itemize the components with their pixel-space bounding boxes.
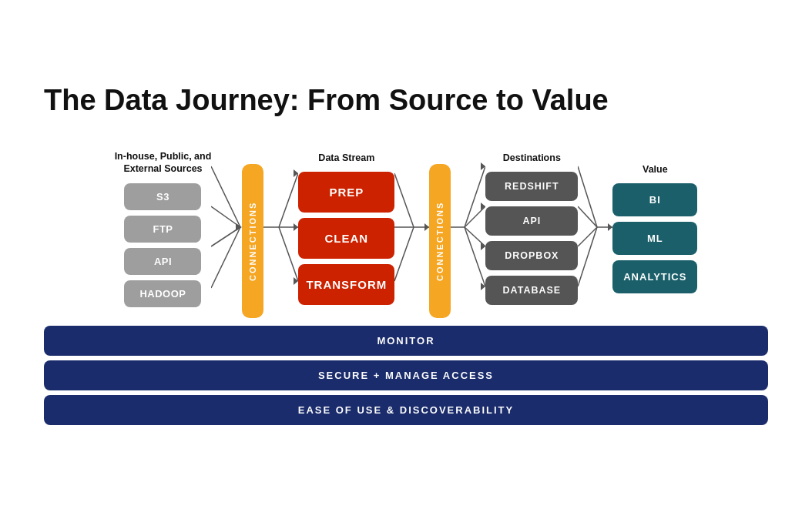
source-ftp: FTP [124,216,201,243]
fanin-arrow-2 [394,146,429,311]
destinations-label: Destinations [503,152,561,164]
value-section: Value BI ML ANALYTICS [612,163,697,293]
main-container: The Data Journey: From Source to Value I… [21,69,791,440]
dest-database: DATABASE [485,276,578,305]
svg-line-12 [394,173,414,227]
svg-line-14 [394,227,414,281]
source-s3: S3 [124,183,201,210]
bar-monitor: MONITOR [44,326,768,356]
process-transform: TRANSFORM [298,264,394,305]
svg-line-18 [465,166,485,227]
dest-dropbox: DROPBOX [485,241,578,270]
value-bi: BI [612,183,697,216]
value-label: Value [643,163,668,176]
svg-line-0 [211,166,240,227]
connections1-section: CONNECTIONS [242,139,263,318]
dest-api: API [485,206,578,236]
value-ml: ML [612,222,697,255]
source-boxes: S3 FTP API HADOOP [124,183,201,307]
sources-label: In-house, Public, and External Sources [115,150,212,176]
fanout-arrow-1 [263,146,298,311]
process-label: Data Stream [318,152,374,164]
connections1-pill: CONNECTIONS [242,164,263,318]
process-section: Data Stream PREP CLEAN TRANSFORM [298,152,394,305]
bar-ease: EASE OF USE & DISCOVERABILITY [44,395,768,425]
dest-boxes: REDSHIFT API DROPBOX DATABASE [485,172,578,305]
process-prep: PREP [298,172,394,213]
connections2-section: CONNECTIONS [429,139,451,318]
bottom-bars: MONITOR SECURE + MANAGE ACCESS EASE OF U… [44,326,768,425]
page-title: The Data Journey: From Source to Value [44,84,768,118]
sources-section: In-house, Public, and External Sources S… [115,150,212,307]
value-analytics: ANALYTICS [612,260,697,293]
svg-line-26 [578,166,597,227]
connections2-pill: CONNECTIONS [429,164,451,318]
dest-redshift: REDSHIFT [485,172,578,201]
fanout-arrow-2 [451,146,485,311]
diagram-row: In-house, Public, and External Sources S… [44,139,768,318]
value-boxes: BI ML ANALYTICS [612,183,697,293]
fanin-arrow-1 [211,146,242,311]
destinations-section: Destinations REDSHIFT API DROPBOX DATABA… [485,152,578,305]
bar-secure: SECURE + MANAGE ACCESS [44,360,768,390]
fanin-arrow-3 [578,146,612,311]
svg-line-8 [279,227,298,281]
source-api: API [124,248,201,275]
process-boxes: PREP CLEAN TRANSFORM [298,172,394,305]
svg-line-6 [279,173,298,227]
process-clean: CLEAN [298,218,394,259]
source-hadoop: HADOOP [124,280,201,307]
